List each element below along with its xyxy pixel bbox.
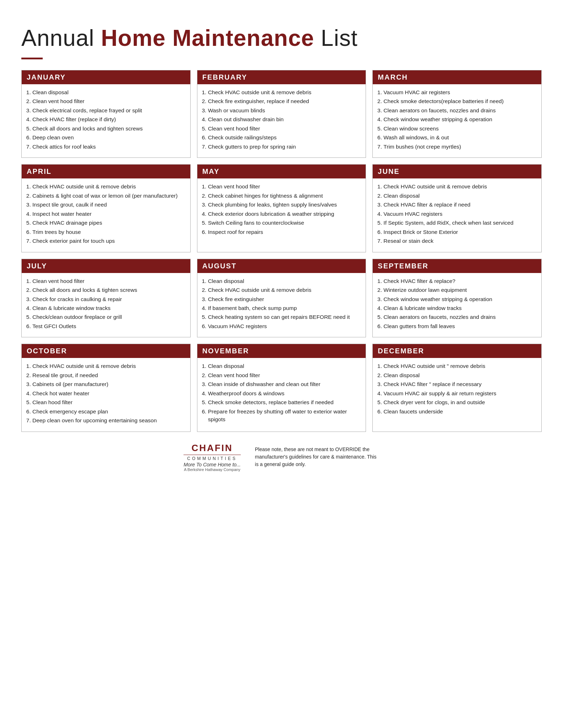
list-item: Check HVAC filter (replace if dirty)	[32, 116, 185, 123]
list-item: Check HVAC outside unit & remove debris	[32, 183, 185, 191]
list-item: Clean & lubricate window tracks	[383, 304, 536, 312]
month-body-october: Check HVAC outside unit & remove debrisR…	[22, 358, 190, 431]
list-item: Weatherproof doors & windows	[208, 390, 361, 397]
list-item: Inspect tile grout, caulk if need	[32, 201, 185, 209]
month-card-december: DECEMBERCheck HVAC outside unit " remove…	[372, 344, 542, 432]
list-item: Clean out dishwasher drain bin	[208, 116, 361, 123]
footer-note: Please note, these are not meant to OVER…	[255, 446, 379, 468]
list-item: Deep clean oven for upcoming entertainin…	[32, 417, 185, 424]
month-header-march: MARCH	[373, 70, 541, 84]
month-header-january: JANUARY	[22, 70, 190, 84]
list-item: Cabinets oil (per manufacturer)	[32, 380, 185, 388]
month-header-june: JUNE	[373, 165, 541, 178]
month-card-june: JUNECheck HVAC outside unit & remove deb…	[372, 164, 542, 252]
list-item: Check window weather stripping & operati…	[383, 116, 536, 123]
page-title: Annual Home Maintenance List	[21, 25, 542, 51]
month-body-january: Clean disposalClean vent hood filterChec…	[22, 84, 190, 157]
list-item: Reseal tile grout, if needed	[32, 371, 185, 379]
list-item: Clean disposal	[208, 362, 361, 370]
month-body-july: Clean vent hood filterCheck all doors an…	[22, 273, 190, 337]
list-item: Prepare for freezes by shutting off wate…	[208, 408, 361, 424]
title-part3: List	[314, 25, 357, 51]
list-item: Check plumbing for leaks, tighten supply…	[208, 201, 361, 209]
list-item: If basement bath, check sump pump	[208, 304, 361, 312]
list-item: Check hot water heater	[32, 390, 185, 397]
month-list-december: Check HVAC outside unit " remove debrisC…	[376, 362, 536, 416]
month-list-november: Clean disposalClean vent hood filterClea…	[201, 362, 361, 423]
month-header-may: MAY	[197, 165, 366, 178]
month-list-september: Check HVAC filter & replace?Winterize ou…	[376, 277, 536, 331]
list-item: Check gutters to prep for spring rain	[208, 143, 361, 151]
month-header-october: OCTOBER	[22, 344, 190, 358]
list-item: Winterize outdoor lawn equipment	[383, 286, 536, 294]
list-item: Check window weather stripping & operati…	[383, 295, 536, 303]
list-item: Vacuum HVAC registers	[383, 210, 536, 218]
list-item: Check HVAC filter & replace?	[383, 277, 536, 285]
list-item: Check fire extinguisher	[208, 295, 361, 303]
month-list-april: Check HVAC outside unit & remove debrisC…	[25, 183, 185, 245]
list-item: Clean disposal	[383, 371, 536, 379]
list-item: Switch Ceiling fans to counterclockwise	[208, 219, 361, 227]
month-header-february: FEBRUARY	[197, 70, 366, 84]
list-item: Check cabinet hinges for tightness & ali…	[208, 192, 361, 200]
logo-sub: COMMUNITIES	[184, 456, 241, 461]
list-item: Check electrical cords, replace frayed o…	[32, 107, 185, 114]
logo-name: CHAFIN	[184, 443, 241, 454]
list-item: Check heating system so can get repairs …	[208, 313, 361, 321]
list-item: Clean hood filter	[32, 398, 185, 406]
list-item: Clean vent hood filter	[32, 277, 185, 285]
title-part1: Annual	[21, 25, 101, 51]
list-item: Clean window screens	[383, 125, 536, 133]
list-item: Check emergency escape plan	[32, 408, 185, 416]
month-list-february: Check HVAC outside unit & remove debrisC…	[201, 89, 361, 151]
month-body-march: Vacuum HVAC air registersCheck smoke det…	[373, 84, 541, 157]
list-item: Clean vent hood filter	[32, 97, 185, 105]
list-item: Cabinets & light coat of wax or lemon oi…	[32, 192, 185, 200]
month-body-august: Clean disposalCheck HVAC outside unit & …	[197, 273, 366, 337]
logo-tagline: More To Come Home to...	[184, 462, 241, 467]
month-card-july: JULYClean vent hood filterCheck all door…	[21, 259, 191, 338]
month-header-august: AUGUST	[197, 259, 366, 273]
month-list-january: Clean disposalClean vent hood filterChec…	[25, 89, 185, 151]
month-card-november: NOVEMBERClean disposalClean vent hood fi…	[197, 344, 366, 432]
list-item: Check all doors and locks & tighten scre…	[32, 286, 185, 294]
footer: CHAFIN COMMUNITIES More To Come Home to.…	[21, 443, 542, 472]
month-card-april: APRILCheck HVAC outside unit & remove de…	[21, 164, 191, 252]
list-item: Clean vent hood filter	[208, 371, 361, 379]
list-item: Check smoke detectors(replace batteries …	[383, 97, 536, 105]
month-header-november: NOVEMBER	[197, 344, 366, 358]
title-highlight: Home Maintenance	[101, 25, 314, 51]
list-item: Check fire extinguisher, replace if need…	[208, 97, 361, 105]
month-body-june: Check HVAC outside unit & remove debrisC…	[373, 178, 541, 252]
list-item: Check HVAC outside unit " remove debris	[383, 362, 536, 370]
list-item: Inspect Brick or Stone Exterior	[383, 228, 536, 236]
list-item: Check HVAC filter " replace if necessary	[383, 380, 536, 388]
list-item: Clean inside of dishwasher and clean out…	[208, 380, 361, 388]
month-list-october: Check HVAC outside unit & remove debrisR…	[25, 362, 185, 424]
list-item: Check for cracks in caulking & repair	[32, 295, 185, 303]
month-body-april: Check HVAC outside unit & remove debrisC…	[22, 178, 190, 252]
month-list-march: Vacuum HVAC air registersCheck smoke det…	[376, 89, 536, 151]
month-list-july: Clean vent hood filterCheck all doors an…	[25, 277, 185, 331]
month-card-january: JANUARYClean disposalClean vent hood fil…	[21, 70, 191, 158]
list-item: Vacuum HVAC air supply & air return regi…	[383, 390, 536, 397]
list-item: Check all doors and locks and tighten sc…	[32, 125, 185, 133]
month-header-december: DECEMBER	[373, 344, 541, 358]
list-item: Clean vent hood filter	[208, 183, 361, 191]
list-item: Test GFCI Outlets	[32, 322, 185, 330]
list-item: Clean disposal	[383, 192, 536, 200]
month-body-november: Clean disposalClean vent hood filterClea…	[197, 358, 366, 430]
list-item: Inspect hot water heater	[32, 210, 185, 218]
list-item: Inspect roof for repairs	[208, 228, 361, 236]
list-item: Trim trees by house	[32, 228, 185, 236]
list-item: Vacuum HVAC registers	[208, 322, 361, 330]
month-card-february: FEBRUARYCheck HVAC outside unit & remove…	[197, 70, 366, 158]
list-item: Check HVAC outside unit & remove debris	[208, 89, 361, 96]
list-item: Check/clean outdoor fireplace or grill	[32, 313, 185, 321]
months-grid: JANUARYClean disposalClean vent hood fil…	[21, 70, 542, 432]
list-item: Clean faucets underside	[383, 408, 536, 416]
list-item: Check attics for roof leaks	[32, 143, 185, 151]
title-divider	[21, 58, 43, 59]
month-header-july: JULY	[22, 259, 190, 273]
list-item: Deep clean oven	[32, 134, 185, 141]
